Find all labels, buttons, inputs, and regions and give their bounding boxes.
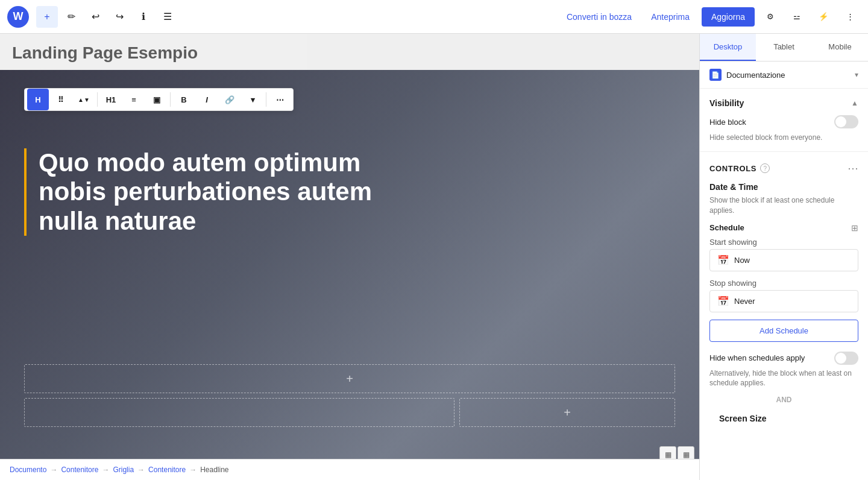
tab-desktop[interactable]: Desktop: [700, 34, 756, 61]
drag-handle-button[interactable]: ⠿: [50, 89, 72, 110]
hide-block-desc: Hide selected block from everyone.: [709, 133, 858, 142]
placeholder-row-2: +: [24, 398, 675, 427]
breadcrumb-griglia[interactable]: Griglia: [113, 466, 134, 474]
breadcrumb-sep-1: →: [50, 466, 57, 474]
visibility-title: Visibility: [709, 98, 744, 108]
breadcrumb-contenitore-1[interactable]: Contenitore: [61, 466, 98, 474]
breadcrumb-contenitore-2[interactable]: Contenitore: [148, 466, 186, 474]
redo-button[interactable]: ↪: [108, 6, 130, 28]
stop-showing-input[interactable]: 📅 Never: [709, 290, 858, 312]
move-up-down-button[interactable]: ▲▼: [73, 89, 95, 110]
toolbar-separator-3: [266, 92, 266, 107]
main-layout: Landing Page Esempio H ⠿ ▲▼ H1 ≡ ▣ B I 🔗…: [0, 34, 868, 480]
page-title: Landing Page Esempio: [0, 34, 699, 70]
placeholder-block-3[interactable]: +: [459, 398, 675, 427]
toolbar-separator: [97, 92, 98, 107]
placeholder-row-1: +: [24, 364, 675, 393]
doc-icon: 📄: [709, 69, 722, 81]
tab-tablet[interactable]: Tablet: [756, 34, 812, 61]
toolbar-right: Converti in bozza Anteprima Aggiorna ⚙ ⚍…: [559, 6, 861, 28]
hide-schedules-desc: Alternatively, hide the block when at le…: [709, 368, 858, 389]
hide-block-toggle[interactable]: [834, 115, 858, 128]
stop-value: Never: [734, 297, 755, 306]
date-time-desc: Show the block if at least one schedule …: [709, 195, 858, 216]
controls-title: CONTROLS: [709, 164, 756, 173]
device-tabs: Desktop Tablet Mobile: [700, 34, 868, 62]
undo-button[interactable]: ↩: [84, 6, 106, 28]
date-time-title: Date & Time: [709, 182, 858, 192]
layout-button[interactable]: ▣: [146, 89, 168, 110]
controls-title-row: CONTROLS ?: [709, 163, 770, 173]
hide-schedules-knob: [835, 353, 846, 364]
start-showing-input[interactable]: 📅 Now: [709, 249, 858, 271]
hide-block-label: Hide block: [709, 118, 746, 127]
wp-logo[interactable]: W: [7, 6, 29, 28]
doc-chevron: ▾: [855, 71, 858, 79]
anteprima-button[interactable]: Anteprima: [644, 8, 697, 25]
block-type-h-button[interactable]: H: [27, 89, 49, 110]
screen-size-section: Screen Size: [709, 414, 858, 438]
dots-menu-button[interactable]: ⋮: [839, 6, 861, 28]
pencil-button[interactable]: ✏: [60, 6, 82, 28]
settings-icon[interactable]: ⚙: [760, 6, 781, 28]
documentazione-row[interactable]: 📄 Documentazione ▾: [700, 62, 868, 89]
controls-more-button[interactable]: ⋯: [848, 162, 858, 175]
aggiorna-button[interactable]: Aggiorna: [702, 7, 755, 27]
screen-size-title: Screen Size: [719, 414, 849, 423]
schedule-row: Schedule ⊞: [709, 223, 858, 233]
controls-info-icon[interactable]: ?: [760, 163, 770, 173]
align-button[interactable]: ≡: [123, 89, 145, 110]
placeholder-blocks: + +: [24, 364, 675, 432]
converti-button[interactable]: Converti in bozza: [559, 8, 639, 25]
and-divider: AND: [709, 396, 858, 404]
visibility-chevron[interactable]: ▲: [851, 99, 858, 107]
block-toolbar: H ⠿ ▲▼ H1 ≡ ▣ B I 🔗 ▾ ⋯: [24, 88, 294, 111]
hide-schedules-label: Hide when schedules apply: [709, 353, 805, 362]
breadcrumb-sep-3: →: [137, 466, 145, 474]
tab-mobile[interactable]: Mobile: [812, 34, 868, 61]
canvas-area: Landing Page Esempio H ⠿ ▲▼ H1 ≡ ▣ B I 🔗…: [0, 34, 699, 480]
breadcrumb: Documento → Contenitore → Griglia → Cont…: [0, 459, 699, 480]
stop-showing-label: Stop showing: [709, 279, 858, 288]
block-options-button[interactable]: ⋯: [269, 89, 291, 110]
visibility-section: Visibility ▲ Hide block Hide selected bl…: [700, 89, 868, 152]
top-toolbar: W + ✏ ↩ ↪ ℹ ☰ Converti in bozza Anteprim…: [0, 0, 868, 34]
list-view-button[interactable]: ☰: [157, 6, 178, 28]
columns-icon[interactable]: ⚍: [786, 6, 808, 28]
calendar-icon-stop: 📅: [717, 295, 729, 307]
start-showing-label: Start showing: [709, 238, 858, 247]
add-schedule-button[interactable]: Add Schedule: [709, 320, 858, 342]
lightning-icon[interactable]: ⚡: [813, 6, 834, 28]
placeholder-block-2[interactable]: [24, 398, 454, 427]
info-button[interactable]: ℹ: [133, 6, 154, 28]
add-block-button[interactable]: +: [36, 6, 58, 28]
toolbar-separator-2: [170, 92, 171, 107]
breadcrumb-sep-4: →: [189, 466, 197, 474]
doc-label: Documentazione: [726, 71, 785, 80]
controls-header: CONTROLS ? ⋯: [709, 162, 858, 175]
right-sidebar: Desktop Tablet Mobile 📄 Documentazione ▾…: [699, 34, 868, 480]
hero-section: H ⠿ ▲▼ H1 ≡ ▣ B I 🔗 ▾ ⋯ Quo modo autem o…: [0, 70, 699, 468]
breadcrumb-headline: Headline: [200, 466, 228, 474]
schedule-label: Schedule: [709, 223, 744, 232]
bold-button[interactable]: B: [173, 89, 195, 110]
visibility-header: Visibility ▲: [709, 98, 858, 108]
hide-schedules-row: Hide when schedules apply: [709, 352, 858, 365]
italic-button[interactable]: I: [196, 89, 218, 110]
hide-block-row: Hide block: [709, 115, 858, 128]
date-time-section: Date & Time Show the block if at least o…: [709, 182, 858, 404]
calendar-icon-start: 📅: [717, 254, 729, 266]
controls-section: CONTROLS ? ⋯ Date & Time Show the block …: [700, 152, 868, 447]
heading-level-button[interactable]: H1: [100, 89, 122, 110]
breadcrumb-sep-2: →: [102, 466, 109, 474]
toggle-knob: [835, 116, 846, 127]
hide-schedules-toggle[interactable]: [834, 352, 858, 365]
link-button[interactable]: 🔗: [219, 89, 241, 110]
breadcrumb-documento[interactable]: Documento: [10, 466, 46, 474]
schedule-edit-icon[interactable]: ⊞: [851, 223, 858, 233]
start-value: Now: [734, 256, 750, 265]
hero-heading[interactable]: Quo modo autem optimum nobis perturbatio…: [24, 148, 398, 236]
placeholder-block-1[interactable]: +: [24, 364, 675, 393]
more-options-chevron[interactable]: ▾: [242, 89, 263, 110]
